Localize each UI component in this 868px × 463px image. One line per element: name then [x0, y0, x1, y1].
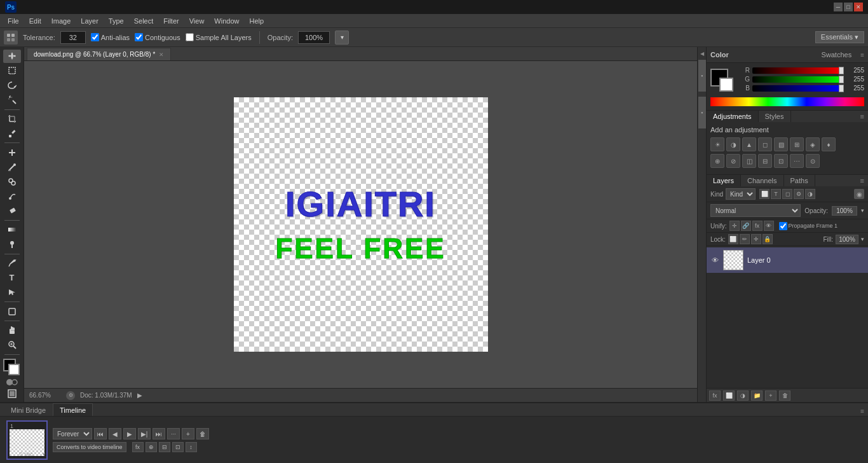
fill-value[interactable]: 100% [836, 235, 858, 244]
tool-pen[interactable] [3, 256, 21, 270]
layer-visibility-eye[interactable]: 👁 [710, 256, 719, 265]
adj-threshold[interactable]: ⊙ [806, 154, 820, 168]
styles-tab[interactable]: Styles [759, 111, 791, 122]
blend-mode-select[interactable]: Normal Multiply Screen [710, 204, 801, 217]
menu-help[interactable]: Help [244, 16, 269, 26]
timeline-frame-1[interactable]: 1 0 sec. ▾ [6, 420, 48, 460]
contiguous-checkbox[interactable] [135, 33, 143, 41]
quick-mask-btn[interactable] [6, 378, 18, 388]
tween-btn[interactable]: ⋯ [167, 428, 180, 439]
screen-mode-btn[interactable] [8, 389, 17, 399]
layers-adjustment[interactable]: ◑ [737, 390, 749, 401]
opacity-arrow[interactable]: ▾ [861, 207, 864, 214]
background-swatch[interactable] [719, 78, 733, 92]
sample-all-layers-wrap[interactable]: Sample All Layers [186, 33, 252, 41]
document-tab[interactable]: download.png @ 66.7% (Layer 0, RGB/8) * … [27, 48, 171, 60]
panel-small-icon-2[interactable]: ▪ [698, 97, 706, 128]
menu-filter[interactable]: Filter [158, 16, 184, 26]
tool-type[interactable]: T [3, 271, 21, 284]
tl-icon-5[interactable]: ↕ [186, 442, 197, 452]
adj-color-balance[interactable]: ♦ [822, 137, 836, 151]
b-slider[interactable] [752, 85, 844, 92]
essentials-button[interactable]: Essentials ▾ [815, 31, 864, 43]
color-panel-menu[interactable]: ≡ [860, 52, 864, 59]
tool-hand[interactable] [3, 324, 21, 337]
tolerance-input[interactable] [60, 31, 86, 44]
add-frame-btn[interactable]: + [182, 428, 194, 439]
tool-healing[interactable] [3, 146, 21, 159]
tool-eraser[interactable] [3, 204, 21, 218]
propagate-checkbox[interactable] [779, 222, 787, 230]
filter-type[interactable]: T [771, 189, 781, 199]
menu-image[interactable]: Image [46, 16, 76, 26]
status-icon[interactable]: ⚙ [66, 391, 75, 400]
background-color[interactable] [8, 364, 20, 375]
next-frame-btn[interactable]: ▶| [138, 428, 151, 439]
tool-eyedropper[interactable] [3, 127, 21, 140]
panel-collapse-icon[interactable]: ◀ [698, 50, 706, 57]
bottom-panel-options[interactable]: ≡ [860, 408, 864, 416]
adjustments-tab[interactable]: Adjustments [707, 111, 759, 122]
unify-linked[interactable]: 🔗 [741, 221, 751, 231]
color-spectrum[interactable] [710, 97, 864, 106]
adj-brightness[interactable]: ☀ [710, 137, 724, 151]
adj-vibrance[interactable]: ⊞ [790, 137, 804, 151]
close-button[interactable]: ✕ [854, 3, 863, 11]
menu-edit[interactable]: Edit [24, 16, 46, 26]
filter-toggle[interactable]: ◉ [854, 189, 864, 199]
tool-lasso[interactable] [3, 79, 21, 92]
adjustments-panel-menu[interactable]: ≡ [857, 111, 868, 122]
last-frame-btn[interactable]: ⏭ [153, 428, 165, 439]
opacity-value[interactable]: 100% [832, 206, 857, 216]
panel-small-icon-1[interactable]: ▪ [698, 60, 706, 92]
tool-move[interactable] [3, 50, 21, 63]
antialias-wrap[interactable]: Anti-alias [91, 33, 130, 41]
canvas-container[interactable]: IGIAITRI FEEL FREE [24, 61, 697, 388]
tool-history-brush[interactable] [3, 190, 21, 203]
layers-panel-menu[interactable]: ≡ [857, 177, 868, 184]
r-slider[interactable] [752, 67, 844, 74]
unify-position[interactable]: ✛ [729, 221, 740, 231]
sample-all-layers-checkbox[interactable] [186, 33, 194, 41]
swatches-tab[interactable]: Swatches [816, 49, 857, 60]
filter-shape[interactable]: ◻ [782, 189, 792, 199]
adj-posterize[interactable]: ⋯ [790, 154, 804, 168]
fill-arrow[interactable]: ▾ [861, 236, 864, 242]
contiguous-wrap[interactable]: Contiguous [135, 33, 180, 41]
g-slider[interactable] [752, 76, 844, 83]
menu-file[interactable]: File [3, 16, 24, 26]
menu-layer[interactable]: Layer [76, 16, 104, 26]
layers-group[interactable]: 📁 [751, 390, 763, 401]
layers-fx-btn[interactable]: fx [709, 390, 721, 401]
adj-photo-filter[interactable]: ⊘ [726, 154, 740, 168]
status-nav-arrow[interactable]: ▶ [137, 392, 142, 399]
layers-new[interactable]: + [765, 390, 776, 401]
tl-icon-3[interactable]: ⊟ [159, 442, 170, 452]
mini-bridge-tab[interactable]: Mini Bridge [4, 403, 53, 416]
play-btn[interactable]: ▶ [123, 428, 136, 439]
menu-window[interactable]: Window [209, 16, 244, 26]
kind-select[interactable]: Kind [726, 188, 756, 200]
convert-timeline-btn[interactable]: Converts to video timeline [53, 442, 126, 452]
adj-exposure[interactable]: ▧ [774, 137, 788, 151]
opacity-input[interactable] [298, 31, 330, 44]
filter-smart[interactable]: ⚙ [794, 189, 804, 199]
tl-icon-2[interactable]: ⊕ [146, 442, 157, 452]
lock-pixels[interactable]: ⬜ [728, 234, 738, 244]
opacity-arrow[interactable]: ▾ [335, 31, 349, 45]
lock-all[interactable]: 🔒 [763, 234, 773, 244]
lock-position[interactable]: ✛ [751, 234, 761, 244]
layers-tab[interactable]: Layers [707, 175, 741, 186]
frame-duration-arrow[interactable]: ▾ [43, 452, 45, 457]
tool-crop[interactable] [3, 113, 21, 126]
tool-magic-wand[interactable] [3, 93, 21, 107]
adj-bw[interactable]: ⊕ [710, 154, 724, 168]
tab-close-btn[interactable]: ✕ [159, 52, 164, 58]
tool-clone[interactable] [3, 175, 21, 188]
menu-select[interactable]: Select [129, 16, 159, 26]
tool-marquee[interactable] [3, 64, 21, 78]
unify-style[interactable]: fx [752, 221, 763, 231]
filter-adj[interactable]: ◑ [805, 189, 815, 199]
antialias-checkbox[interactable] [91, 33, 99, 41]
tool-path-select[interactable] [3, 286, 21, 299]
